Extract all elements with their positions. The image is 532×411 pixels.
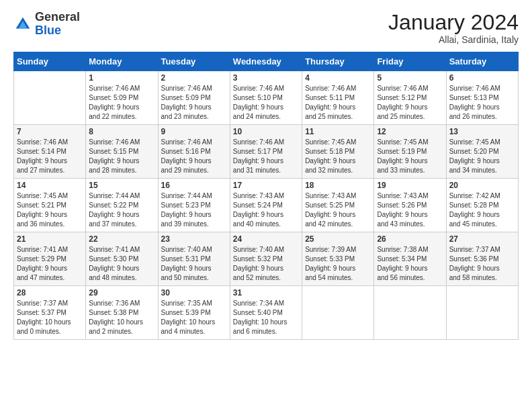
calendar-cell: 29Sunrise: 7:36 AMSunset: 5:38 PMDayligh…	[86, 286, 158, 340]
day-number: 20	[449, 181, 515, 190]
calendar-cell: 19Sunrise: 7:43 AMSunset: 5:26 PMDayligh…	[374, 179, 446, 232]
title-block: January 2024 Allai, Sardinia, Italy	[388, 11, 519, 45]
header-cell-sunday: Sunday	[14, 52, 86, 71]
day-info: Sunrise: 7:45 AMSunset: 5:18 PMDaylight:…	[305, 138, 371, 175]
day-info: Sunrise: 7:45 AMSunset: 5:21 PMDaylight:…	[17, 191, 83, 229]
day-number: 22	[89, 234, 154, 244]
day-number: 17	[233, 181, 299, 190]
calendar-cell: 30Sunrise: 7:35 AMSunset: 5:39 PMDayligh…	[158, 286, 230, 340]
day-number: 18	[305, 181, 371, 190]
logo-general: General	[35, 10, 80, 24]
header-cell-friday: Friday	[374, 52, 446, 71]
calendar-cell: 11Sunrise: 7:45 AMSunset: 5:18 PMDayligh…	[302, 125, 374, 179]
logo-text: General Blue	[35, 11, 80, 38]
calendar-cell: 12Sunrise: 7:45 AMSunset: 5:19 PMDayligh…	[374, 125, 446, 179]
calendar-cell: 1Sunrise: 7:46 AMSunset: 5:09 PMDaylight…	[86, 71, 158, 125]
calendar-cell: 27Sunrise: 7:37 AMSunset: 5:36 PMDayligh…	[446, 232, 518, 286]
day-info: Sunrise: 7:37 AMSunset: 5:36 PMDaylight:…	[449, 245, 515, 283]
day-number: 13	[449, 127, 515, 136]
day-info: Sunrise: 7:46 AMSunset: 5:09 PMDaylight:…	[89, 84, 154, 122]
day-number: 5	[377, 73, 443, 83]
day-number: 2	[161, 73, 227, 83]
calendar-table: SundayMondayTuesdayWednesdayThursdayFrid…	[13, 52, 519, 340]
page: General Blue January 2024 Allai, Sardini…	[0, 0, 532, 411]
day-number: 9	[161, 127, 227, 136]
day-info: Sunrise: 7:46 AMSunset: 5:16 PMDaylight:…	[161, 138, 227, 175]
day-number: 27	[449, 234, 515, 244]
day-info: Sunrise: 7:38 AMSunset: 5:34 PMDaylight:…	[377, 245, 443, 283]
calendar-cell: 16Sunrise: 7:44 AMSunset: 5:23 PMDayligh…	[158, 179, 230, 232]
logo-blue: Blue	[35, 24, 61, 37]
calendar-cell: 8Sunrise: 7:46 AMSunset: 5:15 PMDaylight…	[86, 125, 158, 179]
calendar-cell: 9Sunrise: 7:46 AMSunset: 5:16 PMDaylight…	[158, 125, 230, 179]
header-row: SundayMondayTuesdayWednesdayThursdayFrid…	[14, 52, 519, 71]
calendar-cell: 26Sunrise: 7:38 AMSunset: 5:34 PMDayligh…	[374, 232, 446, 286]
day-info: Sunrise: 7:46 AMSunset: 5:15 PMDaylight:…	[89, 138, 154, 175]
day-number: 30	[161, 288, 227, 298]
calendar-cell: 14Sunrise: 7:45 AMSunset: 5:21 PMDayligh…	[14, 179, 86, 232]
day-info: Sunrise: 7:45 AMSunset: 5:20 PMDaylight:…	[449, 138, 515, 175]
calendar-week-5: 28Sunrise: 7:37 AMSunset: 5:37 PMDayligh…	[14, 286, 519, 340]
day-info: Sunrise: 7:46 AMSunset: 5:14 PMDaylight:…	[17, 138, 83, 175]
header: General Blue January 2024 Allai, Sardini…	[13, 11, 519, 45]
header-cell-monday: Monday	[86, 52, 158, 71]
day-info: Sunrise: 7:46 AMSunset: 5:09 PMDaylight:…	[161, 84, 227, 122]
day-info: Sunrise: 7:34 AMSunset: 5:40 PMDaylight:…	[233, 299, 299, 336]
calendar-cell: 6Sunrise: 7:46 AMSunset: 5:13 PMDaylight…	[446, 71, 518, 125]
day-info: Sunrise: 7:41 AMSunset: 5:29 PMDaylight:…	[17, 245, 83, 283]
day-info: Sunrise: 7:46 AMSunset: 5:12 PMDaylight:…	[377, 84, 443, 122]
logo: General Blue	[13, 11, 80, 38]
day-info: Sunrise: 7:35 AMSunset: 5:39 PMDaylight:…	[161, 299, 227, 336]
header-cell-thursday: Thursday	[302, 52, 374, 71]
calendar-cell: 31Sunrise: 7:34 AMSunset: 5:40 PMDayligh…	[230, 286, 302, 340]
calendar-cell: 23Sunrise: 7:40 AMSunset: 5:31 PMDayligh…	[158, 232, 230, 286]
day-info: Sunrise: 7:44 AMSunset: 5:22 PMDaylight:…	[89, 191, 154, 229]
day-number: 7	[17, 127, 83, 136]
header-cell-saturday: Saturday	[446, 52, 518, 71]
calendar-body: 1Sunrise: 7:46 AMSunset: 5:09 PMDaylight…	[14, 71, 519, 340]
calendar-cell: 3Sunrise: 7:46 AMSunset: 5:10 PMDaylight…	[230, 71, 302, 125]
day-number: 3	[233, 73, 299, 83]
day-number: 11	[305, 127, 371, 136]
day-info: Sunrise: 7:44 AMSunset: 5:23 PMDaylight:…	[161, 191, 227, 229]
day-info: Sunrise: 7:39 AMSunset: 5:33 PMDaylight:…	[305, 245, 371, 283]
day-info: Sunrise: 7:46 AMSunset: 5:13 PMDaylight:…	[449, 84, 515, 122]
day-number: 24	[233, 234, 299, 244]
day-number: 10	[233, 127, 299, 136]
day-number: 31	[233, 288, 299, 298]
calendar-cell: 17Sunrise: 7:43 AMSunset: 5:24 PMDayligh…	[230, 179, 302, 232]
calendar-cell: 7Sunrise: 7:46 AMSunset: 5:14 PMDaylight…	[14, 125, 86, 179]
calendar-cell	[302, 286, 374, 340]
day-number: 1	[89, 73, 154, 83]
day-number: 26	[377, 234, 443, 244]
calendar-cell: 5Sunrise: 7:46 AMSunset: 5:12 PMDaylight…	[374, 71, 446, 125]
day-info: Sunrise: 7:41 AMSunset: 5:30 PMDaylight:…	[89, 245, 154, 283]
day-number: 6	[449, 73, 515, 83]
calendar-cell: 25Sunrise: 7:39 AMSunset: 5:33 PMDayligh…	[302, 232, 374, 286]
day-info: Sunrise: 7:40 AMSunset: 5:32 PMDaylight:…	[233, 245, 299, 283]
day-number: 16	[161, 181, 227, 190]
day-info: Sunrise: 7:46 AMSunset: 5:11 PMDaylight:…	[305, 84, 371, 122]
calendar-cell: 20Sunrise: 7:42 AMSunset: 5:28 PMDayligh…	[446, 179, 518, 232]
day-number: 15	[89, 181, 154, 190]
day-number: 8	[89, 127, 154, 136]
logo-icon	[13, 15, 32, 34]
day-number: 28	[17, 288, 83, 298]
day-info: Sunrise: 7:42 AMSunset: 5:28 PMDaylight:…	[449, 191, 515, 229]
day-info: Sunrise: 7:37 AMSunset: 5:37 PMDaylight:…	[17, 299, 83, 336]
day-info: Sunrise: 7:45 AMSunset: 5:19 PMDaylight:…	[377, 138, 443, 175]
calendar-cell: 4Sunrise: 7:46 AMSunset: 5:11 PMDaylight…	[302, 71, 374, 125]
calendar-cell: 28Sunrise: 7:37 AMSunset: 5:37 PMDayligh…	[14, 286, 86, 340]
header-cell-tuesday: Tuesday	[158, 52, 230, 71]
day-number: 21	[17, 234, 83, 244]
calendar-cell	[446, 286, 518, 340]
day-number: 25	[305, 234, 371, 244]
calendar-cell: 15Sunrise: 7:44 AMSunset: 5:22 PMDayligh…	[86, 179, 158, 232]
day-number: 19	[377, 181, 443, 190]
calendar-cell: 2Sunrise: 7:46 AMSunset: 5:09 PMDaylight…	[158, 71, 230, 125]
day-info: Sunrise: 7:43 AMSunset: 5:25 PMDaylight:…	[305, 191, 371, 229]
day-info: Sunrise: 7:46 AMSunset: 5:10 PMDaylight:…	[233, 84, 299, 122]
calendar-week-4: 21Sunrise: 7:41 AMSunset: 5:29 PMDayligh…	[14, 232, 519, 286]
header-cell-wednesday: Wednesday	[230, 52, 302, 71]
calendar-cell	[14, 71, 86, 125]
